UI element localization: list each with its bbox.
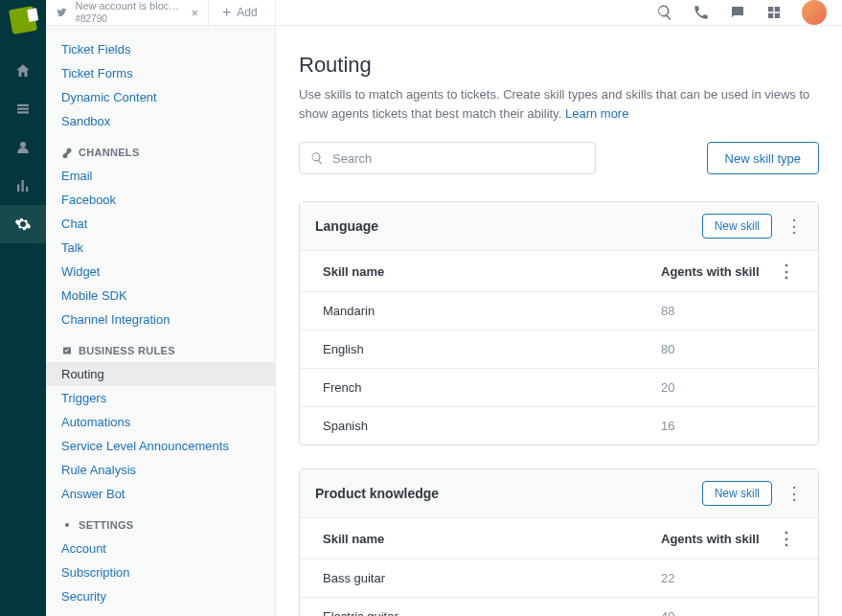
add-tab-button[interactable]: + Add xyxy=(209,4,271,21)
sidebar-item-channel-integration[interactable]: Channel Integration xyxy=(46,308,275,331)
section-rules: BUSINESS RULES xyxy=(46,331,275,362)
chat-icon[interactable] xyxy=(729,4,746,21)
sidebar-item-service-level-announcements[interactable]: Service Level Announcements xyxy=(46,434,275,458)
skill-agent-count: 88 xyxy=(661,304,776,318)
ticket-tab[interactable]: New account is blocking... #82790 × xyxy=(46,0,209,25)
close-icon[interactable]: × xyxy=(191,6,198,20)
skill-name: Electric guitar xyxy=(323,609,661,616)
skill-row[interactable]: French20 xyxy=(300,368,818,406)
page-title: Routing xyxy=(299,53,819,78)
col-skill-name: Skill name xyxy=(323,264,661,279)
skill-agent-count: 40 xyxy=(661,609,776,616)
list-icon xyxy=(14,101,32,118)
gear-icon xyxy=(14,216,32,233)
sidebar-item-account[interactable]: Account xyxy=(46,536,275,560)
sidebar-item-routing[interactable]: Routing xyxy=(46,362,275,386)
tab-title: New account is blocking... xyxy=(75,0,183,12)
sidebar-item-automations[interactable]: Automations xyxy=(46,410,275,434)
skill-group-title: Language xyxy=(315,218,378,234)
kebab-icon[interactable]: ⋮ xyxy=(785,217,803,235)
home-icon xyxy=(14,62,32,80)
skill-agent-count: 22 xyxy=(661,571,776,585)
skill-group-card: LanguageNew skill⋮Skill nameAgents with … xyxy=(299,201,819,445)
sidebar-item-mobile-sdk[interactable]: Mobile SDK xyxy=(46,284,275,308)
link-icon xyxy=(61,147,73,158)
skill-group-card: Product knowledgeNew skill⋮Skill nameAge… xyxy=(299,468,819,616)
sidebar-item-rule-analysis[interactable]: Rule Analysis xyxy=(46,458,275,482)
new-skill-type-button[interactable]: New skill type xyxy=(707,142,819,174)
kebab-icon[interactable]: ⋮ xyxy=(778,262,795,281)
search-field xyxy=(299,142,596,174)
twitter-icon xyxy=(56,6,67,19)
skill-name: English xyxy=(323,342,661,356)
skill-name: Bass guitar xyxy=(323,571,661,585)
users-icon xyxy=(14,139,32,156)
section-channels: CHANNELS xyxy=(46,133,275,164)
sidebar-item-dynamic-content[interactable]: Dynamic Content xyxy=(46,85,275,109)
skill-agent-count: 16 xyxy=(661,419,776,433)
skill-row[interactable]: Spanish16 xyxy=(300,406,818,445)
sidebar-item-security[interactable]: Security xyxy=(46,584,275,608)
new-skill-button[interactable]: New skill xyxy=(702,481,772,506)
sidebar-item-sandbox[interactable]: Sandbox xyxy=(46,109,275,133)
settings-sidebar: New account is blocking... #82790 × + Ad… xyxy=(46,0,276,616)
skill-name: French xyxy=(323,380,661,395)
skill-agent-count: 80 xyxy=(661,342,776,356)
search-icon[interactable] xyxy=(656,4,673,21)
brand-logo[interactable] xyxy=(9,6,37,34)
kebab-icon[interactable]: ⋮ xyxy=(778,529,795,548)
tab-subtitle: #82790 xyxy=(75,13,106,24)
skill-row[interactable]: English80 xyxy=(300,330,818,368)
sidebar-group-top: Ticket FieldsTicket FormsDynamic Content… xyxy=(46,37,275,133)
main-area: Routing Use skills to match agents to ti… xyxy=(276,0,842,616)
col-agents: Agents with skill xyxy=(661,264,776,279)
skill-row[interactable]: Electric guitar40 xyxy=(300,597,818,616)
skill-group-title: Product knowledge xyxy=(315,486,439,501)
sidebar-item-talk[interactable]: Talk xyxy=(46,236,275,260)
sidebar-item-answer-bot[interactable]: Answer Bot xyxy=(46,482,275,506)
col-agents: Agents with skill xyxy=(661,532,776,546)
sidebar-item-ticket-fields[interactable]: Ticket Fields xyxy=(46,37,275,61)
col-skill-name: Skill name xyxy=(323,532,661,546)
skill-row[interactable]: Bass guitar22 xyxy=(300,559,818,597)
page-description: Use skills to match agents to tickets. C… xyxy=(299,85,819,123)
new-skill-button[interactable]: New skill xyxy=(702,214,772,239)
add-tab-label: Add xyxy=(237,6,257,19)
sidebar-item-facebook[interactable]: Facebook xyxy=(46,188,275,212)
top-bar xyxy=(276,0,842,26)
rail-reports[interactable] xyxy=(0,167,46,205)
learn-more-link[interactable]: Learn more xyxy=(565,106,628,121)
rail-admin[interactable] xyxy=(0,205,46,243)
section-settings: SETTINGS xyxy=(46,506,275,536)
plus-icon: + xyxy=(222,4,231,21)
sidebar-item-email[interactable]: Email xyxy=(46,164,275,188)
sidebar-item-widget[interactable]: Widget xyxy=(46,260,275,284)
skill-row[interactable]: Mandarin88 xyxy=(300,291,818,330)
phone-icon[interactable] xyxy=(693,4,710,21)
nav-rail xyxy=(0,0,46,616)
check-icon xyxy=(61,345,73,356)
rail-customers[interactable] xyxy=(0,128,46,167)
skill-name: Spanish xyxy=(323,419,661,433)
rail-views[interactable] xyxy=(0,90,46,128)
search-input-icon xyxy=(310,151,324,165)
sidebar-item-subscription[interactable]: Subscription xyxy=(46,560,275,584)
tab-bar: New account is blocking... #82790 × + Ad… xyxy=(46,0,275,26)
skill-name: Mandarin xyxy=(323,304,661,318)
apps-icon[interactable] xyxy=(765,4,783,21)
rail-home[interactable] xyxy=(0,52,46,90)
search-input[interactable] xyxy=(299,142,596,174)
sidebar-item-chat[interactable]: Chat xyxy=(46,212,275,236)
kebab-icon[interactable]: ⋮ xyxy=(785,485,803,502)
sidebar-item-ticket-forms[interactable]: Ticket Forms xyxy=(46,61,275,85)
bars-icon xyxy=(14,177,32,194)
avatar[interactable] xyxy=(802,0,827,25)
sidebar-item-triggers[interactable]: Triggers xyxy=(46,386,275,410)
skill-agent-count: 20 xyxy=(661,380,776,395)
gear-small-icon xyxy=(61,519,73,531)
